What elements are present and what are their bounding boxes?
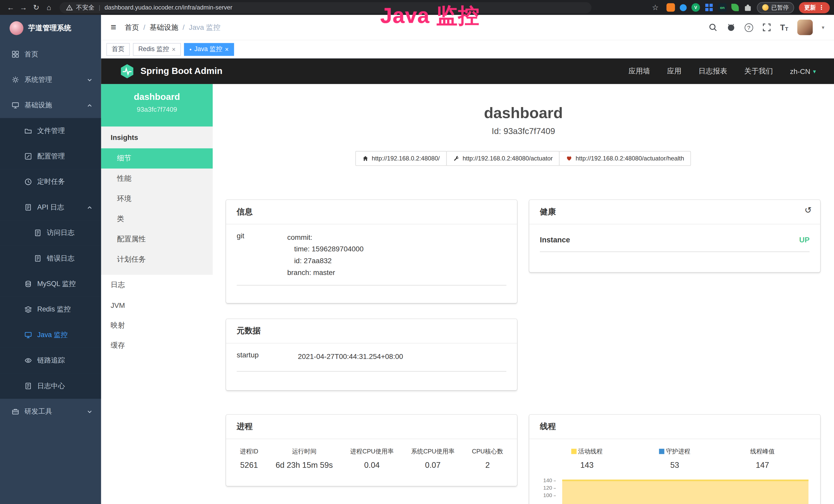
browser-reload-button[interactable]: ↻ bbox=[30, 3, 43, 12]
sba-insights-header: Insights bbox=[101, 127, 213, 148]
sidebar-item-home[interactable]: 首页 bbox=[0, 42, 101, 67]
y-axis-tick: 120 bbox=[540, 485, 556, 491]
metadata-row-label: startup bbox=[237, 351, 298, 363]
tab-close-icon[interactable]: × bbox=[172, 45, 176, 53]
sidebar-item-error-log[interactable]: 错误日志 bbox=[0, 246, 101, 271]
sidebar-item-mysql-monitor[interactable]: MySQL 监控 bbox=[0, 271, 101, 297]
sba-menu-scheduled-tasks[interactable]: 计划任务 bbox=[101, 249, 213, 270]
breadcrumb-infrastructure[interactable]: 基础设施 bbox=[150, 23, 178, 32]
breadcrumb-home[interactable]: 首页 bbox=[125, 23, 139, 32]
app-logo-row[interactable]: 芋道管理系统 bbox=[0, 15, 101, 42]
sidebar-item-label: MySQL 监控 bbox=[37, 279, 76, 289]
instance-title: dashboard bbox=[213, 104, 834, 122]
history-icon[interactable]: ↺ bbox=[805, 205, 812, 215]
sba-menu-jvm[interactable]: JVM bbox=[101, 295, 213, 315]
sba-menu-config-props[interactable]: 配置属性 bbox=[101, 229, 213, 250]
sidebar-collapse-icon[interactable]: ≡ bbox=[111, 22, 116, 33]
extension-leaf-icon[interactable] bbox=[731, 4, 739, 11]
sba-nav-wallboard[interactable]: 应用墙 bbox=[629, 67, 650, 76]
fullscreen-icon[interactable] bbox=[762, 23, 771, 32]
actuator-url-button[interactable]: http://192.168.0.2:48080/actuator bbox=[446, 151, 560, 166]
sidebar-item-java-monitor[interactable]: Java 监控 bbox=[0, 322, 101, 348]
sba-menu-caches[interactable]: 缓存 bbox=[101, 336, 213, 356]
tab-redis-monitor[interactable]: Redis 监控 × bbox=[133, 43, 181, 56]
process-card-title: 进程 bbox=[226, 415, 517, 439]
sba-language-select[interactable]: zh-CN ▾ bbox=[790, 67, 816, 75]
stat-label: 进程CPU使用率 bbox=[350, 448, 394, 456]
font-size-icon[interactable]: TT bbox=[780, 23, 788, 32]
sba-nav-applications[interactable]: 应用 bbox=[667, 67, 681, 76]
browser-back-button[interactable]: ← bbox=[4, 3, 17, 12]
threads-card: 线程 活动线程 143 守护进程 53 线程峰值 147 bbox=[529, 415, 820, 504]
extension-icon[interactable] bbox=[666, 3, 675, 12]
sidebar-item-redis-monitor[interactable]: Redis 监控 bbox=[0, 297, 101, 322]
sba-menu-classes[interactable]: 类 bbox=[101, 209, 213, 229]
bookmark-star-icon[interactable]: ☆ bbox=[649, 3, 662, 12]
sidebar-item-label: 访问日志 bbox=[47, 228, 74, 237]
extension-icon[interactable] bbox=[680, 4, 686, 11]
sba-instance-header[interactable]: dashboard 93a3fc7f7409 bbox=[101, 84, 213, 127]
browser-forward-button[interactable]: → bbox=[17, 3, 30, 12]
edit-icon bbox=[24, 153, 32, 160]
tab-close-icon[interactable]: × bbox=[225, 45, 229, 53]
sidebar-item-label: 首页 bbox=[24, 49, 38, 59]
extension-grid-icon[interactable] bbox=[705, 3, 713, 12]
tab-java-monitor[interactable]: ● Java 监控 × bbox=[184, 43, 234, 56]
metadata-card-title: 元数据 bbox=[226, 319, 517, 343]
sidebar-item-scheduled-jobs[interactable]: 定时任务 bbox=[0, 169, 101, 194]
sba-menu-logging[interactable]: 日志 bbox=[101, 275, 213, 295]
sba-menu-mappings[interactable]: 映射 bbox=[101, 315, 213, 336]
extension-on-badge-icon[interactable]: on bbox=[718, 3, 727, 12]
sba-brand[interactable]: Spring Boot Admin bbox=[140, 66, 222, 76]
legend-value: 147 bbox=[719, 460, 807, 469]
health-card: 健康 ↺ Instance UP bbox=[529, 200, 820, 272]
instance-subtitle: Id: 93a3fc7f7409 bbox=[213, 127, 834, 136]
chrome-update-button[interactable]: 更新 ⋮ bbox=[799, 2, 830, 13]
sidebar-item-infrastructure[interactable]: 基础设施 bbox=[0, 92, 101, 118]
document-icon bbox=[34, 229, 42, 237]
topbar-actions: ? TT ▾ bbox=[708, 20, 825, 35]
user-avatar[interactable] bbox=[797, 20, 813, 35]
threads-chart: 140 120 100 bbox=[540, 478, 810, 504]
info-row-label: git bbox=[237, 232, 287, 279]
address-bar[interactable]: 不安全 | dashboard.yudao.iocoder.cn/infra/a… bbox=[60, 2, 592, 13]
stat-value: 0.07 bbox=[411, 460, 454, 469]
sidebar-item-config-mgmt[interactable]: 配置管理 bbox=[0, 143, 101, 169]
info-line: id: 27aa832 bbox=[294, 255, 364, 267]
chrome-menu-dots-icon: ⋮ bbox=[818, 4, 825, 11]
sidebar-item-trace[interactable]: 链路追踪 bbox=[0, 348, 101, 373]
service-url-button[interactable]: http://192.168.0.2:48080/ bbox=[355, 151, 447, 166]
legend-item: 线程峰值 147 bbox=[719, 448, 807, 469]
sidebar-item-api-log[interactable]: API 日志 bbox=[0, 194, 101, 220]
sidebar-item-label: Redis 监控 bbox=[37, 305, 71, 314]
stat-value: 6d 23h 15m 59s bbox=[276, 460, 333, 469]
sidebar-item-file-mgmt[interactable]: 文件管理 bbox=[0, 118, 101, 143]
sba-nav-about[interactable]: 关于我们 bbox=[744, 67, 773, 76]
search-icon[interactable] bbox=[708, 23, 717, 32]
sba-menu-details[interactable]: 细节 bbox=[101, 148, 213, 169]
user-menu-caret-icon[interactable]: ▾ bbox=[822, 24, 824, 30]
sidebar-item-access-log[interactable]: 访问日志 bbox=[0, 220, 101, 246]
y-axis-tick: 140 bbox=[540, 478, 556, 483]
help-icon[interactable]: ? bbox=[744, 23, 753, 31]
stat-value: 5261 bbox=[240, 460, 258, 469]
process-stat: 进程ID 5261 bbox=[240, 448, 258, 469]
github-icon[interactable] bbox=[726, 23, 736, 32]
health-url-button[interactable]: http://192.168.0.2:48080/actuator/health bbox=[559, 151, 691, 166]
metadata-card: 元数据 startup 2021-04-27T00:44:31.254+08:0… bbox=[226, 319, 517, 390]
browser-home-button[interactable]: ⌂ bbox=[43, 3, 56, 12]
sidebar-item-log-center[interactable]: 日志中心 bbox=[0, 373, 101, 399]
sidebar-item-system-mgmt[interactable]: 系统管理 bbox=[0, 67, 101, 92]
sba-nav-journal[interactable]: 日志报表 bbox=[698, 67, 727, 76]
heart-icon bbox=[566, 155, 572, 162]
legend-label: 活动线程 bbox=[543, 448, 631, 456]
sba-insights-group: Insights 细节 性能 环境 类 配置属性 计划任务 bbox=[101, 127, 213, 275]
tab-home[interactable]: 首页 bbox=[106, 43, 130, 56]
extensions-puzzle-icon[interactable] bbox=[744, 3, 752, 12]
sidebar-item-dev-tools[interactable]: 研发工具 bbox=[0, 399, 101, 424]
extension-icon[interactable]: V bbox=[692, 3, 700, 12]
sba-menu-metrics[interactable]: 性能 bbox=[101, 168, 213, 189]
sba-menu-environment[interactable]: 环境 bbox=[101, 189, 213, 209]
process-stat: CPU核心数 2 bbox=[472, 448, 503, 469]
profile-paused-chip[interactable]: 已暂停 bbox=[757, 2, 794, 13]
